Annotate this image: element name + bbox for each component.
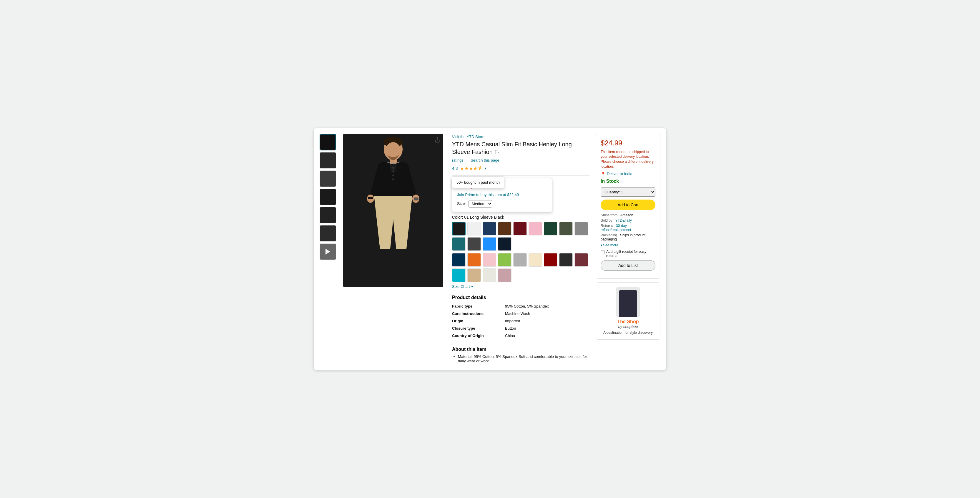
gift-receipt-checkbox[interactable] — [601, 250, 605, 254]
swatch-maroon[interactable] — [513, 222, 527, 235]
color-label: Color: 01 Long Sleeve Black — [452, 215, 590, 220]
swatch-black[interactable] — [452, 222, 466, 235]
ships-from-value: Amazon — [620, 213, 633, 217]
swatch-lime[interactable] — [498, 253, 511, 267]
bought-past-month: 50+ bought in past month — [457, 180, 500, 185]
size-select[interactable]: Medium Small Large X-Large — [469, 200, 492, 207]
detail-label-fabric: Fabric type — [452, 302, 505, 310]
main-product-image — [343, 134, 443, 287]
swatch-cyan[interactable] — [452, 269, 466, 282]
store-link[interactable]: Visit the YTD Store — [452, 135, 484, 139]
play-icon — [326, 249, 330, 255]
add-to-cart-button[interactable]: Add to Cart — [601, 200, 655, 210]
thumbnail-5[interactable] — [320, 207, 336, 223]
detail-value-closure: Button — [505, 325, 590, 332]
thumbnail-strip — [320, 134, 337, 364]
ratings-area: 4.3 ★ ★ ★ ★ ⯨ ▾ 50+ bought in past month — [452, 166, 487, 173]
packaging-row: Packaging Ships in product packaging — [601, 233, 655, 241]
see-more-link[interactable]: ▾ See more — [601, 243, 655, 247]
star-2: ★ — [465, 166, 469, 171]
color-swatches-row2 — [452, 253, 590, 282]
swatch-tan[interactable] — [467, 269, 481, 282]
thumbnail-1[interactable] — [320, 134, 336, 150]
swatch-pink[interactable] — [528, 222, 542, 235]
nav-link-search[interactable]: Search this page — [471, 158, 500, 163]
table-row: Closure type Button — [452, 325, 590, 332]
table-row: Origin Imported — [452, 317, 590, 325]
shopbop-title: The Shop — [601, 319, 655, 325]
swatch-dknavy[interactable] — [498, 237, 511, 251]
swatch-gray[interactable] — [574, 222, 588, 235]
about-item-1: Material: 95% Cotton, 5% Spandex.Soft an… — [458, 354, 590, 363]
page-container: Visit the YTD Store YTD Mens Casual Slim… — [313, 128, 667, 371]
detail-value-origin: Imported — [505, 317, 590, 325]
swatch-teal[interactable] — [452, 237, 466, 251]
shipping-warning: This item cannot be shipped to your sele… — [601, 150, 655, 169]
stars: ★ ★ ★ ★ ⯨ — [460, 166, 482, 171]
swatch-mauve[interactable] — [498, 269, 511, 282]
chevron-down-icon: ▾ — [601, 243, 603, 247]
ships-from-row: Ships from Amazon — [601, 213, 655, 217]
swatch-brown[interactable] — [498, 222, 511, 235]
deliver-row[interactable]: 📍 Deliver to India — [601, 172, 655, 176]
rating-number: 4.3 — [452, 166, 458, 171]
buy-price: $24.99 — [601, 139, 655, 147]
prime-link[interactable]: Join Prime to buy this item at $22.49 — [457, 193, 519, 197]
svg-point-8 — [392, 178, 394, 180]
person-silhouette — [619, 290, 637, 317]
sold-by-value[interactable]: YTD&Tally — [616, 218, 632, 223]
gift-receipt-label: Add a gift receipt for easy returns — [606, 250, 655, 258]
detail-label-closure: Closure type — [452, 325, 505, 332]
star-1: ★ — [460, 166, 464, 171]
about-title: About this item — [452, 347, 590, 352]
swatch-cream[interactable] — [528, 253, 542, 267]
main-layout: Visit the YTD Store YTD Mens Casual Slim… — [320, 134, 660, 364]
swatch-ltpink[interactable] — [483, 253, 496, 267]
swatch-dkgray[interactable] — [467, 237, 481, 251]
size-chart-text: Size Chart — [452, 284, 470, 289]
thumbnail-4[interactable] — [320, 189, 336, 205]
swatch-ltblue[interactable] — [483, 237, 496, 251]
rating-row: 4.3 ★ ★ ★ ★ ⯨ ▾ — [452, 166, 487, 171]
table-row: Fabric type 95% Cotton, 5% Spandex — [452, 302, 590, 310]
rating-chevron[interactable]: ▾ — [485, 166, 487, 170]
divider-3 — [452, 343, 590, 343]
table-row: Country of Origin China — [452, 332, 590, 339]
swatch-dkred[interactable] — [544, 253, 557, 267]
thumbnail-6[interactable] — [320, 225, 336, 242]
swatch-olive[interactable] — [559, 222, 573, 235]
detail-value-care: Machine Wash — [505, 310, 590, 317]
share-button[interactable] — [433, 135, 442, 145]
size-label: Size: — [457, 201, 466, 206]
swatch-wine[interactable] — [574, 253, 588, 267]
swatch-white[interactable] — [467, 222, 481, 235]
product-info: Visit the YTD Store YTD Mens Casual Slim… — [449, 134, 590, 364]
quantity-row: Quantity: 1 Quantity: 2 Quantity: 3 — [601, 188, 655, 197]
ships-from-label: Ships from — [601, 213, 617, 217]
add-to-list-button[interactable]: Add to List — [601, 260, 655, 271]
sold-by-row: Sold by YTD&Tally — [601, 218, 655, 223]
swatch-navy2[interactable] — [452, 253, 466, 267]
detail-label-origin: Origin — [452, 317, 505, 325]
quantity-select[interactable]: Quantity: 1 Quantity: 2 Quantity: 3 — [601, 188, 655, 197]
deliver-to-text: Deliver to India — [607, 172, 632, 176]
detail-label-country: Country of Origin — [452, 332, 505, 339]
returns-row: Returns 30-day refund/replacement — [601, 224, 655, 232]
returns-label: Returns — [601, 224, 613, 228]
size-chart-link[interactable]: Size Chart ▾ — [452, 284, 590, 289]
swatch-charcol[interactable] — [559, 253, 573, 267]
swatch-dkgreen[interactable] — [544, 222, 557, 235]
thumbnail-3[interactable] — [320, 170, 336, 187]
table-row: Care instructions Machine Wash — [452, 310, 590, 317]
nav-link-ratings[interactable]: ratings — [452, 158, 463, 163]
swatch-offwhite[interactable] — [483, 269, 496, 282]
thumbnail-2[interactable] — [320, 152, 336, 169]
swatch-silver[interactable] — [513, 253, 527, 267]
thumbnail-video[interactable] — [320, 243, 336, 260]
color-swatches-row1 — [452, 222, 590, 251]
size-row: Size: Medium Small Large X-Large — [457, 200, 547, 207]
main-image-area — [343, 134, 443, 364]
swatch-orange[interactable] — [467, 253, 481, 267]
swatch-navy[interactable] — [483, 222, 496, 235]
shopbop-subtitle: by shopbop — [601, 325, 655, 329]
